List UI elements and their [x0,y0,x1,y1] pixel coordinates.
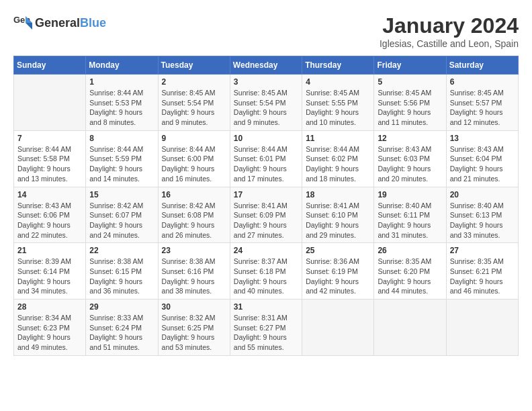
calendar-cell: 26Sunrise: 8:35 AMSunset: 6:20 PMDayligh… [374,243,446,300]
calendar-week-2: 7Sunrise: 8:44 AMSunset: 5:58 PMDaylight… [14,130,519,187]
day-number: 8 [89,134,154,143]
day-number: 16 [162,190,226,199]
calendar-cell: 12Sunrise: 8:43 AMSunset: 6:03 PMDayligh… [374,130,446,187]
day-number: 12 [378,134,442,143]
calendar-cell: 29Sunrise: 8:33 AMSunset: 6:24 PMDayligh… [86,300,158,356]
calendar-cell: 11Sunrise: 8:44 AMSunset: 6:02 PMDayligh… [302,130,374,187]
logo-text-blue: Blue [80,16,106,30]
calendar-cell: 7Sunrise: 8:44 AMSunset: 5:58 PMDaylight… [14,130,86,187]
day-number: 4 [306,77,370,87]
day-number: 13 [450,134,515,143]
calendar-cell: 20Sunrise: 8:40 AMSunset: 6:13 PMDayligh… [446,187,518,243]
calendar-cell: 3Sunrise: 8:45 AMSunset: 5:54 PMDaylight… [230,75,302,131]
day-number: 1 [89,77,154,87]
calendar-header-wednesday: Wednesday [230,56,302,75]
calendar-header-saturday: Saturday [446,56,518,75]
day-info: Sunrise: 8:43 AMSunset: 6:04 PMDaylight:… [450,144,515,184]
logo-icon: Gen [13,13,32,32]
page-title: January 2024 [380,13,519,38]
calendar-header-monday: Monday [86,56,158,75]
calendar-cell: 9Sunrise: 8:44 AMSunset: 6:00 PMDaylight… [158,130,230,187]
calendar-cell [302,300,374,356]
calendar-week-5: 28Sunrise: 8:34 AMSunset: 6:23 PMDayligh… [14,300,519,356]
title-area: January 2024 Iglesias, Castille and Leon… [380,13,519,49]
day-number: 30 [162,302,226,312]
calendar-cell: 2Sunrise: 8:45 AMSunset: 5:54 PMDaylight… [158,75,230,131]
calendar-header-friday: Friday [374,56,446,75]
day-info: Sunrise: 8:45 AMSunset: 5:57 PMDaylight:… [450,88,515,128]
day-number: 14 [17,190,82,199]
calendar-cell: 1Sunrise: 8:44 AMSunset: 5:53 PMDaylight… [86,75,158,131]
day-info: Sunrise: 8:36 AMSunset: 6:19 PMDaylight:… [306,257,370,296]
day-number: 5 [378,77,442,87]
day-number: 2 [162,77,226,87]
day-number: 6 [450,77,515,87]
calendar-cell: 19Sunrise: 8:40 AMSunset: 6:11 PMDayligh… [374,187,446,243]
day-info: Sunrise: 8:34 AMSunset: 6:23 PMDaylight:… [17,313,82,353]
calendar-header-tuesday: Tuesday [158,56,230,75]
calendar-cell: 13Sunrise: 8:43 AMSunset: 6:04 PMDayligh… [446,130,518,187]
calendar-table: SundayMondayTuesdayWednesdayThursdayFrid… [13,56,519,356]
day-info: Sunrise: 8:40 AMSunset: 6:13 PMDaylight:… [450,201,515,240]
logo-text-general: General [35,16,80,30]
day-info: Sunrise: 8:41 AMSunset: 6:09 PMDaylight:… [234,201,298,240]
svg-marker-2 [26,23,32,30]
day-number: 18 [306,190,370,199]
day-info: Sunrise: 8:37 AMSunset: 6:18 PMDaylight:… [234,257,298,296]
day-info: Sunrise: 8:31 AMSunset: 6:27 PMDaylight:… [234,313,298,353]
day-number: 20 [450,190,515,199]
calendar-cell: 10Sunrise: 8:44 AMSunset: 6:01 PMDayligh… [230,130,302,187]
calendar-cell: 21Sunrise: 8:39 AMSunset: 6:14 PMDayligh… [14,243,86,300]
page-header: Gen GeneralBlue January 2024 Iglesias, C… [13,13,519,49]
calendar-cell: 31Sunrise: 8:31 AMSunset: 6:27 PMDayligh… [230,300,302,356]
day-number: 11 [306,134,370,143]
calendar-header-thursday: Thursday [302,56,374,75]
calendar-cell: 25Sunrise: 8:36 AMSunset: 6:19 PMDayligh… [302,243,374,300]
day-info: Sunrise: 8:33 AMSunset: 6:24 PMDaylight:… [89,313,154,353]
day-info: Sunrise: 8:44 AMSunset: 6:02 PMDaylight:… [306,144,370,184]
calendar-cell: 22Sunrise: 8:38 AMSunset: 6:15 PMDayligh… [86,243,158,300]
day-info: Sunrise: 8:40 AMSunset: 6:11 PMDaylight:… [378,201,442,240]
day-number: 17 [234,190,298,199]
day-number: 27 [450,246,515,255]
calendar-header: SundayMondayTuesdayWednesdayThursdayFrid… [14,56,519,75]
calendar-week-1: 1Sunrise: 8:44 AMSunset: 5:53 PMDaylight… [14,75,519,131]
calendar-cell: 24Sunrise: 8:37 AMSunset: 6:18 PMDayligh… [230,243,302,300]
day-info: Sunrise: 8:44 AMSunset: 5:58 PMDaylight:… [17,144,82,184]
day-number: 9 [162,134,226,143]
day-number: 31 [234,302,298,312]
calendar-cell: 4Sunrise: 8:45 AMSunset: 5:55 PMDaylight… [302,75,374,131]
day-number: 21 [17,246,82,255]
day-info: Sunrise: 8:44 AMSunset: 5:53 PMDaylight:… [89,88,154,128]
day-number: 15 [89,190,154,199]
day-info: Sunrise: 8:35 AMSunset: 6:20 PMDaylight:… [378,257,442,296]
calendar-cell: 8Sunrise: 8:44 AMSunset: 5:59 PMDaylight… [86,130,158,187]
day-info: Sunrise: 8:44 AMSunset: 6:01 PMDaylight:… [234,144,298,184]
day-number: 28 [17,302,82,312]
calendar-cell: 14Sunrise: 8:43 AMSunset: 6:06 PMDayligh… [14,187,86,243]
day-info: Sunrise: 8:45 AMSunset: 5:55 PMDaylight:… [306,88,370,128]
day-info: Sunrise: 8:44 AMSunset: 5:59 PMDaylight:… [89,144,154,184]
day-number: 22 [89,246,154,255]
calendar-cell: 17Sunrise: 8:41 AMSunset: 6:09 PMDayligh… [230,187,302,243]
day-info: Sunrise: 8:45 AMSunset: 5:54 PMDaylight:… [162,88,226,128]
day-number: 26 [378,246,442,255]
day-info: Sunrise: 8:39 AMSunset: 6:14 PMDaylight:… [17,257,82,296]
day-info: Sunrise: 8:45 AMSunset: 5:56 PMDaylight:… [378,88,442,128]
calendar-cell [14,75,86,131]
day-info: Sunrise: 8:38 AMSunset: 6:15 PMDaylight:… [89,257,154,296]
day-number: 7 [17,134,82,143]
calendar-cell: 23Sunrise: 8:38 AMSunset: 6:16 PMDayligh… [158,243,230,300]
calendar-cell [446,300,518,356]
calendar-header-sunday: Sunday [14,56,86,75]
calendar-cell: 30Sunrise: 8:32 AMSunset: 6:25 PMDayligh… [158,300,230,356]
calendar-cell: 6Sunrise: 8:45 AMSunset: 5:57 PMDaylight… [446,75,518,131]
day-info: Sunrise: 8:42 AMSunset: 6:07 PMDaylight:… [89,201,154,240]
day-number: 23 [162,246,226,255]
day-number: 25 [306,246,370,255]
day-info: Sunrise: 8:43 AMSunset: 6:03 PMDaylight:… [378,144,442,184]
calendar-cell: 15Sunrise: 8:42 AMSunset: 6:07 PMDayligh… [86,187,158,243]
calendar-cell [374,300,446,356]
day-info: Sunrise: 8:44 AMSunset: 6:00 PMDaylight:… [162,144,226,184]
day-info: Sunrise: 8:38 AMSunset: 6:16 PMDaylight:… [162,257,226,296]
